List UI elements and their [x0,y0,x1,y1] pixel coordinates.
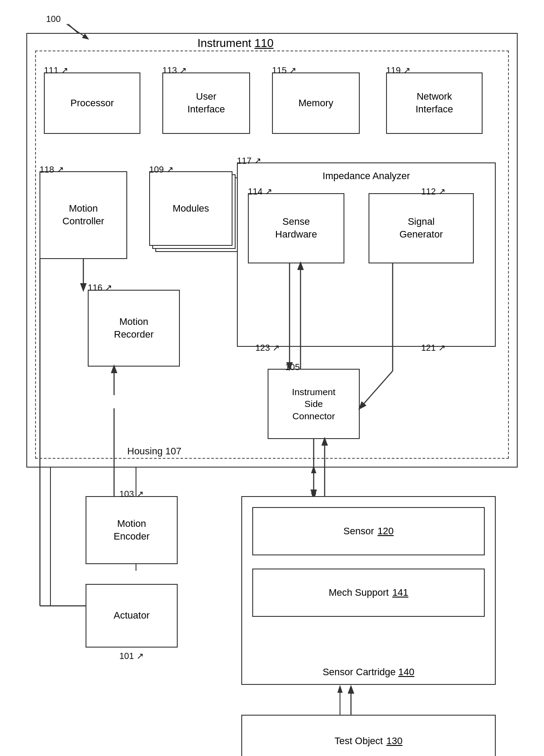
svg-marker-29 [337,685,343,693]
instrument-label: ProcessorInstrument 110 [193,36,278,50]
sense-hardware-box: SenseHardware [248,193,344,263]
ref-114: 114 ↗ [248,186,272,197]
instrument-side-connector-box: InstrumentSideConnector [268,369,360,439]
ref-121: 121 ↗ [421,342,446,353]
ref-101: 101 ↗ [119,651,144,661]
signal-generator-box: SignalGenerator [369,193,474,263]
ref-123: 123 ↗ [255,342,280,353]
sensor-box: Sensor 120 [252,507,485,555]
network-interface-box: NetworkInterface [386,72,483,134]
ref-105: 105 [285,362,300,372]
user-interface-box: UserInterface [162,72,250,134]
ref-115: 115 ↗ [272,65,297,76]
ref-118: 118 ↗ [39,164,64,175]
ref-119: 119 ↗ [386,65,411,76]
ref-111: 111 ↗ [44,65,68,76]
ref-117: 117 ↗ [237,155,261,166]
mech-support-box: Mech Support 141 [252,569,485,617]
ref-112: 112 ↗ [421,186,446,197]
ref-103: 103 ↗ [119,489,144,499]
motion-recorder-box: MotionRecorder [88,290,180,367]
motion-controller-box: MotionController [39,171,127,259]
motion-encoder-box: MotionEncoder [86,496,178,564]
diagram: ProcessorInstrument 110 100 Processor 11… [0,0,544,756]
memory-box: Memory [272,72,360,134]
actuator-box: Actuator [86,584,178,648]
ref-100: 100 [46,14,61,24]
ref-109: 109 ↗ [149,164,174,175]
processor-box: Processor [44,72,140,134]
test-object-box: Test Object 130 [241,715,496,756]
ref-113: 113 ↗ [162,65,187,76]
housing-label: Housing 107 [127,446,182,457]
ref-116: 116 ↗ [88,282,112,293]
